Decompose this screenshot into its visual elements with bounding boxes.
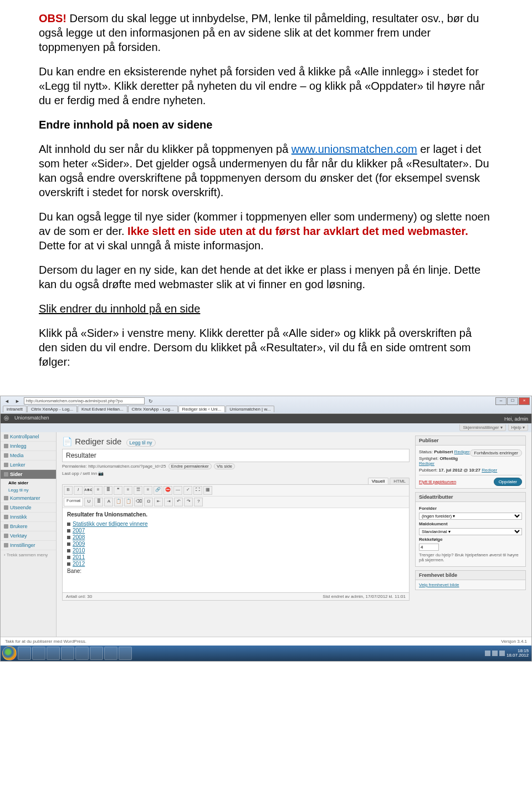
sidebar-item-comments[interactable]: Kommentarer [1,494,56,503]
fullscreen-button[interactable]: ⛶ [193,486,202,495]
sidebar-item-tools[interactable]: Verktøy [1,531,56,541]
tab-html[interactable]: HTML [390,478,410,484]
sidebar-collapse[interactable]: ‹ Trekk sammen meny [1,550,56,560]
sidebar-item-dashboard[interactable]: Kontrollpanel [1,432,56,442]
preview-changes-button[interactable]: Forhåndsvis endringer [470,449,522,457]
align-left-button[interactable]: ≡ [124,486,132,495]
media-upload-icon[interactable]: 📷 [98,471,104,476]
sidebar-sub-add-new[interactable]: Legg til ny [1,487,56,494]
taskbar-app-icon[interactable] [61,647,74,660]
taskbar-app-icon[interactable] [75,647,89,660]
window-maximize-button[interactable]: □ [507,397,518,405]
sidebar-item-settings[interactable]: Innstillinger [1,541,56,550]
browser-tab[interactable]: Unionsmatchen | w... [226,406,274,412]
published-edit-link[interactable]: Rediger [482,468,497,473]
taskbar-app-icon[interactable] [119,647,132,660]
sidebar-item-posts[interactable]: Innlegg [1,442,56,451]
browser-tab[interactable]: Citrix XenApp - Log... [27,406,77,412]
tab-visual[interactable]: Visuell [368,478,388,484]
unlink-button[interactable]: ⛔ [163,486,172,495]
view-page-button[interactable]: Vis side [214,463,235,469]
number-list-button[interactable]: ≣ [104,486,112,495]
content-list-item[interactable]: 2010 [67,547,405,554]
kitchen-sink-button[interactable]: ▦ [203,486,212,495]
textcolor-button[interactable]: A [104,498,113,506]
taskbar-app-icon[interactable] [18,647,31,660]
add-new-button[interactable]: Legg til ny [126,439,156,447]
remove-format-button[interactable]: ⌫ [134,498,143,506]
paste-word-button[interactable]: 📋 [124,498,133,506]
taskbar-app-icon[interactable] [90,647,103,660]
sidebar-item-appearance[interactable]: Utseende [1,503,56,513]
browser-tab[interactable]: Citrix XenApp - Log... [128,406,178,412]
link-unionsmatchen[interactable]: www.unionsmatchen.com [291,143,417,155]
browser-tab[interactable]: Knut Edvard Hellan... [78,406,127,412]
content-list-item[interactable]: 2012 [67,561,405,567]
align-justify-button[interactable]: ≣ [94,498,103,506]
charmap-button[interactable]: Ω [144,498,153,506]
quote-button[interactable]: ❝ [114,486,122,495]
help-tab[interactable]: Hjelp ▾ [508,424,528,431]
taskbar-app-icon[interactable] [104,647,117,660]
redo-button[interactable]: ↷ [184,498,193,506]
content-list-item[interactable]: 2008 [67,534,405,540]
sidebar-item-links[interactable]: Lenker [1,460,56,470]
screen-options-tab[interactable]: Skjerminnstillinger ▾ [459,424,505,431]
indent-button[interactable]: ⇥ [164,498,173,506]
content-list-item[interactable]: Statistikk over tidligere vinnere [67,521,405,527]
underline-button[interactable]: U [84,498,93,506]
status-edit-link[interactable]: Rediger [454,449,470,454]
nav-back-button[interactable]: ◄ [3,398,11,404]
site-name-link[interactable]: Unionsmatchen [14,415,49,422]
taskbar-app-icon[interactable] [47,647,60,660]
window-close-button[interactable]: × [519,397,530,405]
set-featured-image-link[interactable]: Velg fremhevet bilde [419,582,459,587]
sidebar-item-users[interactable]: Brukere [1,522,56,531]
spellcheck-button[interactable]: ✓ [183,486,192,495]
editor-content-area[interactable]: Resultater fra Unionsmatchen. Statistikk… [63,508,409,592]
address-bar[interactable]: http://unionsmatchen.com/wp-admin/post.p… [24,397,145,404]
order-input[interactable] [419,544,439,551]
update-button[interactable]: Oppdater [494,478,522,486]
wp-footer: Takk for at du publiserer med WordPress.… [1,637,531,646]
start-button[interactable] [2,646,17,660]
browser-tab[interactable]: intranett [3,406,27,412]
tray-icon[interactable] [499,651,505,656]
template-select[interactable]: Standardmal ▾ [419,528,522,535]
sidebar-item-plugins[interactable]: Innstikk [1,513,56,522]
edit-permalink-button[interactable]: Endre permalenker [168,463,212,469]
greeting-link[interactable]: Hei, admin [504,416,528,422]
title-input[interactable]: Resultater [62,449,410,462]
outdent-button[interactable]: ⇤ [154,498,163,506]
sidebar-item-pages[interactable]: Sider [1,470,56,479]
align-right-button[interactable]: ≡ [144,486,152,495]
align-center-button[interactable]: ☰ [134,486,142,495]
sidebar-item-media[interactable]: Media [1,451,56,460]
paste-text-button[interactable]: 📋 [114,498,123,506]
move-to-trash-link[interactable]: Flytt til papirkurven [419,479,456,484]
taskbar-clock[interactable]: 18:15 18.07.2012 [507,649,530,658]
content-list-item[interactable]: 2007 [67,528,405,534]
content-list-item[interactable]: 2009 [67,541,405,547]
strike-button[interactable]: ᴀʙᴄ [84,486,93,495]
link-button[interactable]: 🔗 [154,486,162,495]
help-button[interactable]: ? [194,498,203,506]
more-button[interactable]: — [173,486,182,495]
parent-select[interactable]: (ingen forelder) ▾ [419,513,522,520]
undo-button[interactable]: ↶ [174,498,183,506]
nav-forward-button[interactable]: ► [13,398,22,404]
format-select[interactable]: Format [64,498,83,506]
window-minimize-button[interactable]: – [495,397,507,405]
tray-icon[interactable] [485,651,490,656]
content-list-item[interactable]: 2011 [67,554,405,560]
sidebar-sub-all-pages[interactable]: Alle sider [1,479,56,487]
bold-button[interactable]: B [64,486,73,495]
refresh-button[interactable]: ↻ [147,398,155,404]
visibility-edit-link[interactable]: Rediger [419,461,434,466]
taskbar-app-icon[interactable] [32,647,45,660]
italic-button[interactable]: I [74,486,83,495]
tray-icon[interactable] [492,651,498,656]
bullet-list-button[interactable]: ≡ [94,486,103,495]
browser-tab-active[interactable]: Rediger side ‹ Uni... [178,406,226,412]
wp-logo-icon[interactable]: ⓦ [4,415,9,422]
